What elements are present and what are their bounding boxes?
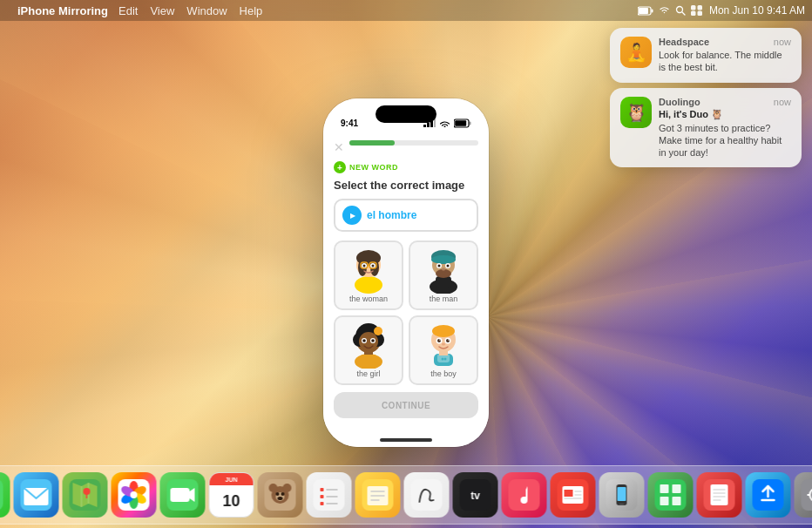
- choice-girl[interactable]: the girl: [334, 315, 403, 385]
- svg-point-33: [431, 255, 456, 264]
- image-choices-grid: the woman: [334, 240, 478, 385]
- dock-photos[interactable]: [112, 472, 157, 518]
- headspace-content: Headspace now Look for balance. The midd…: [659, 37, 791, 74]
- svg-rect-10: [427, 123, 430, 127]
- svg-text:tv: tv: [470, 490, 480, 502]
- choice-man[interactable]: the man: [409, 240, 478, 310]
- iphone-container: 9:41: [323, 98, 489, 447]
- duolingo-content: Duolingo now Hi, it's Duo 🦉 Got 3 minute…: [659, 97, 791, 159]
- svg-rect-7: [691, 11, 696, 17]
- headspace-app-name: Headspace: [659, 37, 709, 47]
- target-word: el hombre: [367, 209, 416, 221]
- audio-button[interactable]: [342, 206, 362, 225]
- svg-rect-2: [651, 9, 653, 12]
- dock-notes[interactable]: [355, 472, 401, 518]
- svg-point-13: [444, 126, 446, 128]
- svg-rect-16: [470, 121, 471, 125]
- svg-rect-1: [639, 8, 648, 14]
- word-audio-row: el hombre: [334, 199, 478, 232]
- headspace-body: Look for balance. The middle is the best…: [659, 49, 791, 74]
- svg-point-105: [131, 491, 138, 498]
- svg-point-46: [374, 327, 382, 335]
- boy-image: [422, 322, 465, 366]
- continue-button[interactable]: CONTINUE: [334, 392, 478, 418]
- svg-point-39: [442, 267, 445, 270]
- dock-calendar[interactable]: JUN 10: [209, 472, 254, 518]
- menu-bar-status: [638, 5, 702, 16]
- dock-numbers[interactable]: [648, 472, 694, 518]
- menu-help[interactable]: Help: [240, 4, 263, 17]
- iphone-home-indicator: [380, 438, 432, 442]
- choice-woman-label: the woman: [349, 294, 388, 303]
- headspace-icon: 🧘: [620, 37, 652, 68]
- battery-icon: [638, 6, 653, 16]
- svg-point-51: [371, 339, 375, 342]
- duolingo-time: now: [774, 97, 791, 107]
- choice-girl-label: the girl: [356, 369, 380, 378]
- headspace-time: now: [774, 37, 791, 47]
- svg-point-3: [676, 7, 682, 13]
- menu-bar-app-name[interactable]: iPhone Mirroring: [17, 4, 108, 17]
- dock-mail[interactable]: [14, 472, 59, 518]
- duolingo-icon: 🦉: [620, 97, 652, 128]
- svg-point-111: [269, 484, 278, 492]
- woman-image: [347, 247, 390, 291]
- notifications-area: 🧘 Headspace now Look for balance. The mi…: [610, 28, 802, 167]
- close-button[interactable]: ✕: [334, 140, 344, 154]
- notification-duolingo[interactable]: 🦉 Duolingo now Hi, it's Duo 🦉 Got 3 minu…: [610, 88, 802, 168]
- svg-rect-9: [423, 125, 426, 127]
- dock-reminders[interactable]: [307, 472, 352, 518]
- svg-rect-30: [436, 276, 451, 288]
- svg-point-112: [283, 484, 292, 492]
- svg-rect-93: [0, 479, 3, 511]
- svg-rect-132: [509, 479, 540, 511]
- control-center-icon[interactable]: [691, 5, 702, 16]
- dock-messages[interactable]: [0, 472, 10, 518]
- svg-rect-118: [321, 488, 324, 491]
- menu-bar-clock: Mon Jun 10 9:41 AM: [709, 4, 805, 17]
- wifi-icon: [659, 6, 670, 15]
- dock-music[interactable]: [502, 472, 547, 518]
- svg-point-115: [281, 492, 285, 496]
- dock-system-prefs[interactable]: [795, 472, 813, 518]
- menu-bar-right: Mon Jun 10 9:41 AM: [638, 4, 805, 17]
- dock-maps[interactable]: [63, 472, 108, 518]
- progress-bar: [349, 140, 478, 146]
- svg-rect-6: [697, 5, 702, 10]
- svg-point-50: [362, 339, 366, 342]
- dock-freeform[interactable]: [404, 472, 450, 518]
- battery-status-icon: [454, 118, 471, 128]
- menu-edit[interactable]: Edit: [118, 4, 138, 17]
- wifi-status-icon: [439, 118, 450, 127]
- iphone-status-bar: 9:41: [323, 98, 489, 137]
- svg-rect-147: [673, 497, 681, 505]
- menu-window[interactable]: Window: [186, 4, 227, 17]
- dock-pages[interactable]: [697, 472, 742, 518]
- dock-iphone-mirroring[interactable]: [599, 472, 645, 518]
- dock-facetime[interactable]: [160, 472, 206, 518]
- svg-rect-141: [618, 487, 626, 501]
- notification-headspace[interactable]: 🧘 Headspace now Look for balance. The mi…: [610, 28, 802, 83]
- menu-view[interactable]: View: [150, 4, 174, 17]
- choice-woman[interactable]: the woman: [334, 240, 403, 310]
- menu-bar-items: Edit View Window Help: [118, 4, 262, 17]
- iphone-app-content: ✕ NEW WORD Select the correct image el h…: [323, 137, 489, 447]
- dock-appletv[interactable]: tv: [453, 472, 498, 518]
- svg-point-57: [444, 357, 447, 360]
- menu-bar: iPhone Mirroring Edit View Window Help: [0, 0, 812, 21]
- svg-point-56: [442, 357, 444, 360]
- svg-rect-117: [314, 479, 345, 511]
- duolingo-app-name: Duolingo: [659, 97, 700, 107]
- choice-boy-label: the boy: [430, 369, 457, 378]
- dock-news[interactable]: [551, 472, 596, 518]
- dock-bear[interactable]: [258, 472, 303, 518]
- svg-rect-53: [360, 355, 377, 363]
- menu-bar-left: iPhone Mirroring Edit View Window Help: [7, 4, 262, 17]
- choice-boy[interactable]: the boy: [409, 315, 478, 385]
- question-text: Select the correct image: [334, 179, 478, 192]
- dock-appstore[interactable]: [746, 472, 791, 518]
- spotlight-icon[interactable]: [675, 5, 686, 16]
- choice-man-label: the man: [430, 294, 458, 303]
- svg-point-60: [432, 325, 455, 337]
- svg-rect-129: [411, 479, 443, 511]
